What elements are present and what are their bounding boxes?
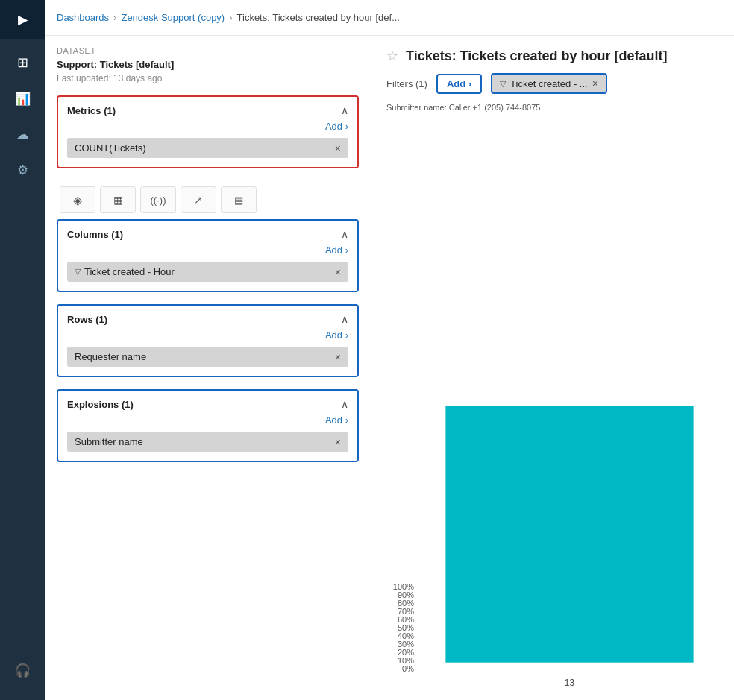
explosions-collapse-icon[interactable]: ∧ <box>341 398 348 410</box>
columns-section: Columns (1) ∧ Add › ▽ Ticket created - H… <box>57 219 359 292</box>
filters-row: Filters (1) Add › ▽ Ticket created - ...… <box>386 73 719 94</box>
chart-icons-row: ◈ ▦ ((·)) ↗ ▤ <box>57 180 359 219</box>
metrics-add-link[interactable]: Add › <box>67 121 348 132</box>
x-axis-labels: 13 <box>420 673 719 688</box>
submitter-info: Submitter name: Caller +1 (205) 744-8075 <box>386 103 719 112</box>
breadcrumb-sep-1: › <box>113 12 116 23</box>
left-panel: Dataset Support: Tickets [default] Last … <box>45 36 371 700</box>
rows-item-label: Requester name <box>75 351 146 362</box>
explosions-item-label: Submitter name <box>75 436 143 447</box>
rows-section: Rows (1) ∧ Add › Requester name × <box>57 304 359 377</box>
chart-icon-drop[interactable]: ◈ <box>60 186 95 213</box>
filter-tag[interactable]: ▽ Ticket created - ... × <box>491 73 607 94</box>
filter-tag-close[interactable]: × <box>592 78 598 89</box>
chart-title: Tickets: Tickets created by hour [defaul… <box>406 48 667 64</box>
dataset-info: Dataset Support: Tickets [default] Last … <box>57 45 359 85</box>
home-icon: ⊞ <box>17 54 28 71</box>
chart-icon-table[interactable]: ▤ <box>221 186 257 213</box>
rows-header: Rows (1) ∧ <box>67 313 348 325</box>
rows-add-link[interactable]: Add › <box>67 329 348 341</box>
columns-filter-icon: ▽ <box>75 267 81 277</box>
sidebar-item-settings[interactable]: ⚙ <box>0 152 45 188</box>
metrics-header: Metrics (1) ∧ <box>67 104 348 116</box>
right-panel: ☆ Tickets: Tickets created by hour [defa… <box>371 36 734 700</box>
metrics-item[interactable]: COUNT(Tickets) × <box>67 138 348 158</box>
dataset-updated: Last updated: 13 days ago <box>57 72 359 85</box>
sidebar-item-home[interactable]: ⊞ <box>0 45 45 81</box>
rows-item-close[interactable]: × <box>335 352 341 362</box>
explosions-add-link[interactable]: Add › <box>67 414 348 426</box>
explosions-item-close[interactable]: × <box>335 437 341 447</box>
breadcrumb-dashboards[interactable]: Dashboards <box>57 12 109 23</box>
bars-area: 13 <box>420 406 719 688</box>
explosions-item[interactable]: Submitter name × <box>67 432 348 452</box>
filter-tag-text: Ticket created - ... <box>510 78 588 89</box>
dataset-name: Support: Tickets [default] <box>57 57 359 72</box>
chart-icon-trend[interactable]: ↗ <box>181 186 216 213</box>
dataset-label: Dataset <box>57 45 359 57</box>
columns-item-close[interactable]: × <box>335 267 341 277</box>
explosions-title: Explosions (1) <box>67 399 134 410</box>
chart-title-row: ☆ Tickets: Tickets created by hour [defa… <box>386 48 719 64</box>
breadcrumb-zendesk[interactable]: Zendesk Support (copy) <box>121 12 225 23</box>
columns-item[interactable]: ▽ Ticket created - Hour × <box>67 262 348 282</box>
metrics-section: Metrics (1) ∧ Add › COUNT(Tickets) × <box>57 95 359 168</box>
metrics-item-label: COUNT(Tickets) <box>75 142 146 154</box>
analytics-icon: 📊 <box>15 91 31 107</box>
rows-title: Rows (1) <box>67 314 107 325</box>
breadcrumb-current: Tickets: Tickets created by hour [def... <box>237 12 400 23</box>
trend-icon: ↗ <box>194 194 203 206</box>
upload-icon: ☁ <box>16 127 29 142</box>
favorite-icon[interactable]: ☆ <box>386 48 398 64</box>
main-content: Dashboards › Zendesk Support (copy) › Ti… <box>45 0 734 700</box>
rows-collapse-icon[interactable]: ∧ <box>341 313 348 325</box>
metrics-item-close[interactable]: × <box>335 143 341 154</box>
breadcrumb: Dashboards › Zendesk Support (copy) › Ti… <box>45 0 734 36</box>
chart-svg <box>420 406 719 671</box>
support-icon: 🎧 <box>15 663 31 678</box>
filters-label: Filters (1) <box>386 78 427 89</box>
table-icon: ▤ <box>234 195 243 206</box>
bar-rect <box>445 406 693 663</box>
chart-icon-radio[interactable]: ((·)) <box>140 186 176 213</box>
sidebar-item-analytics[interactable]: 📊 <box>0 81 45 116</box>
explosions-header: Explosions (1) ∧ <box>67 398 348 410</box>
x-label-13: 13 <box>565 678 574 688</box>
logo-icon: ▶ <box>18 13 27 27</box>
chart-icon-bar[interactable]: ▦ <box>100 186 136 213</box>
filter-add-button[interactable]: Add › <box>436 74 482 94</box>
radio-wave-icon: ((·)) <box>151 195 166 206</box>
rows-item[interactable]: Requester name × <box>67 347 348 367</box>
metrics-collapse-icon[interactable]: ∧ <box>341 104 348 116</box>
body-layout: Dataset Support: Tickets [default] Last … <box>45 36 734 700</box>
bar-chart-svg <box>420 406 719 673</box>
chart-container: 100% 90% 80% 70% 60% 50% 40% 30% 20% 10%… <box>386 116 719 688</box>
sidebar-logo: ▶ <box>0 0 45 39</box>
bar-chart-icon: ▦ <box>113 194 123 206</box>
settings-icon: ⚙ <box>17 163 28 178</box>
metrics-title: Metrics (1) <box>67 105 116 116</box>
breadcrumb-sep-2: › <box>229 12 232 23</box>
columns-add-link[interactable]: Add › <box>67 245 348 256</box>
drop-icon: ◈ <box>73 193 82 207</box>
filter-tag-icon: ▽ <box>500 79 506 89</box>
columns-collapse-icon[interactable]: ∧ <box>341 228 348 240</box>
columns-header: Columns (1) ∧ <box>67 228 348 240</box>
y-axis: 100% 90% 80% 70% 60% 50% 40% 30% 20% 10%… <box>386 583 420 688</box>
columns-item-label: Ticket created - Hour <box>84 266 175 277</box>
sidebar-item-support[interactable]: 🎧 <box>0 652 45 688</box>
columns-title: Columns (1) <box>67 229 123 240</box>
sidebar: ▶ ⊞ 📊 ☁ ⚙ 🎧 <box>0 0 45 700</box>
y-label-0: 0% <box>386 665 414 673</box>
explosions-section: Explosions (1) ∧ Add › Submitter name × <box>57 389 359 462</box>
sidebar-item-upload[interactable]: ☁ <box>0 116 45 152</box>
chart-area: 100% 90% 80% 70% 60% 50% 40% 30% 20% 10%… <box>386 116 719 688</box>
